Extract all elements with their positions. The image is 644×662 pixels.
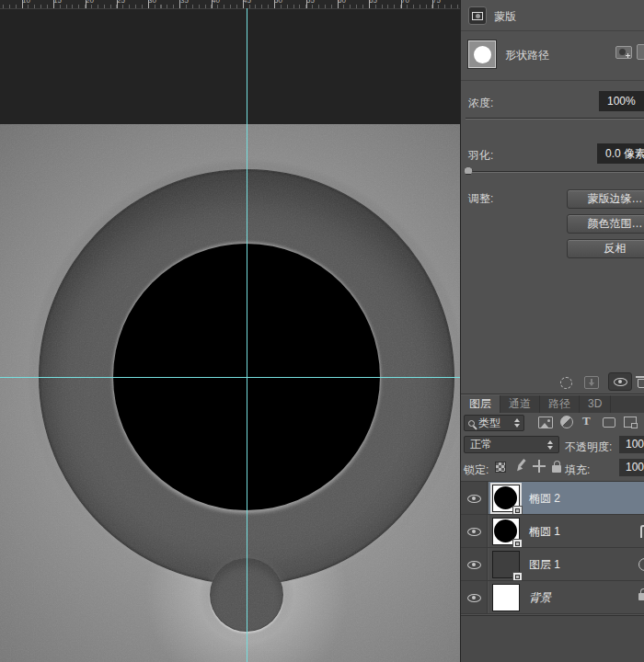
shape-filter-icon[interactable] — [603, 417, 615, 428]
layer-row-ellipse-1[interactable]: 椭圆 1 — [461, 515, 644, 548]
delete-mask-icon[interactable] — [636, 376, 644, 388]
feather-slider-handle[interactable] — [464, 166, 473, 175]
vertical-guide[interactable] — [247, 8, 247, 662]
panel-tab-bar: 图层 通道 路径 3D — [461, 395, 644, 413]
lock-all-icon[interactable] — [552, 465, 561, 473]
eye-icon — [467, 594, 481, 602]
mask-enable-eye-icon[interactable] — [608, 372, 632, 391]
layer-name[interactable]: 椭圆 1 — [529, 515, 560, 548]
ruler-number: 75 — [432, 0, 441, 5]
layer-name[interactable]: 图层 1 — [529, 548, 560, 581]
document-view[interactable] — [0, 124, 460, 662]
visibility-cell[interactable] — [461, 482, 488, 515]
background-lock-icon — [638, 593, 644, 600]
clipped-fx-icon — [640, 525, 644, 538]
shape-path-thumbnail[interactable] — [468, 40, 496, 68]
apply-mask-icon[interactable] — [584, 376, 599, 389]
tab-layers[interactable]: 图层 — [461, 395, 500, 413]
pixel-filter-icon[interactable] — [538, 417, 553, 428]
tab-paths[interactable]: 路径 — [540, 395, 580, 413]
ruler-number: 50 — [274, 0, 282, 5]
ruler-number: 70 — [401, 0, 409, 5]
eye-icon — [467, 561, 481, 569]
invert-button[interactable]: 反相 — [567, 239, 644, 258]
chevron-updown-icon — [514, 418, 520, 428]
lock-paint-icon[interactable] — [513, 459, 527, 474]
ruler-number: 55 — [306, 0, 315, 5]
load-selection-icon[interactable] — [560, 377, 572, 389]
visibility-cell[interactable] — [461, 515, 488, 548]
ruler-number: 60 — [338, 0, 346, 5]
layer-row-ellipse-2[interactable]: 椭圆 2 — [461, 482, 644, 515]
eye-icon — [467, 495, 481, 503]
ruler-number: 40 — [212, 0, 220, 5]
fill-value[interactable]: 100% — [619, 459, 644, 476]
lock-transparency-icon[interactable] — [495, 462, 506, 473]
ruler-number: 15 — [53, 0, 62, 5]
fill-label: 填充: — [565, 462, 590, 478]
vector-mask-badge-icon — [512, 539, 523, 548]
mask-edge-button[interactable]: 蒙版边缘… — [567, 189, 644, 209]
adjustment-filter-icon[interactable] — [560, 416, 573, 428]
eye-icon — [614, 378, 627, 386]
visibility-cell[interactable] — [461, 548, 488, 581]
ruler-number: 35 — [180, 0, 189, 5]
layer-thumbnail[interactable] — [492, 551, 520, 578]
layer-row-background[interactable]: 背景 — [461, 581, 644, 614]
ruler-number: 45 — [243, 0, 251, 5]
smart-badge-icon — [512, 572, 523, 581]
type-filter-icon[interactable]: T — [582, 414, 591, 428]
vector-mask-badge-icon — [512, 506, 523, 515]
density-slider[interactable] — [466, 118, 644, 120]
layer-thumbnail[interactable] — [492, 518, 520, 545]
opacity-value[interactable]: 100% — [619, 436, 644, 453]
canvas-area[interactable]: 10 15 20 25 30 35 40 45 50 55 60 65 70 7… — [0, 0, 460, 662]
chevron-updown-icon — [547, 440, 553, 450]
search-icon — [468, 420, 475, 427]
add-vector-mask-icon[interactable] — [637, 44, 644, 60]
mask-type-label: 形状路径 — [505, 48, 549, 63]
layer-row-layer-1[interactable]: 图层 1 — [461, 548, 644, 581]
tab-channels[interactable]: 通道 — [500, 395, 540, 413]
layers-empty-area — [461, 615, 644, 662]
layer-thumbnail[interactable] — [492, 584, 520, 611]
feather-label: 羽化: — [468, 148, 493, 164]
feather-slider[interactable] — [466, 171, 644, 173]
blend-mode-select[interactable]: 正常 — [464, 436, 559, 453]
tab-3d[interactable]: 3D — [580, 395, 611, 413]
layer-thumbnail[interactable] — [492, 485, 520, 512]
smart-object-filter-icon[interactable] — [624, 417, 637, 428]
lock-position-icon[interactable] — [533, 460, 546, 473]
kind-filter-select[interactable]: 类型 — [464, 415, 524, 431]
add-pixel-mask-icon[interactable] — [615, 46, 632, 59]
horizontal-guide[interactable] — [0, 377, 460, 378]
layer-name[interactable]: 椭圆 2 — [529, 482, 560, 515]
feather-value[interactable]: 0.0 像素 — [597, 143, 644, 164]
clipped-circle-icon — [638, 558, 644, 571]
mask-panel-icon — [468, 6, 487, 25]
horizontal-ruler[interactable]: 10 15 20 25 30 35 40 45 50 55 60 65 70 7… — [0, 0, 460, 9]
ruler-number: 10 — [22, 0, 30, 5]
ruler-number: 25 — [117, 0, 125, 5]
adjust-label: 调整: — [468, 191, 493, 207]
eye-icon — [467, 528, 481, 536]
color-range-button[interactable]: 颜色范围… — [567, 214, 644, 234]
density-label: 浓度: — [468, 96, 493, 111]
lock-label: 锁定: — [464, 462, 489, 478]
masks-panel-title: 蒙版 — [494, 9, 516, 25]
blend-mode-value: 正常 — [470, 437, 492, 452]
ruler-number: 30 — [148, 0, 156, 5]
opacity-label: 不透明度: — [565, 439, 612, 455]
ruler-number: 65 — [369, 0, 377, 5]
ruler-number: 20 — [86, 0, 94, 5]
density-value[interactable]: 100% — [599, 91, 644, 111]
layer-name[interactable]: 背景 — [529, 581, 551, 614]
right-panel: 蒙版 形状路径 浓度: 100% 羽化: 0.0 像素 调整: 蒙版边缘… 颜色… — [460, 0, 644, 662]
visibility-cell[interactable] — [461, 581, 488, 614]
kind-filter-label: 类型 — [478, 416, 500, 431]
